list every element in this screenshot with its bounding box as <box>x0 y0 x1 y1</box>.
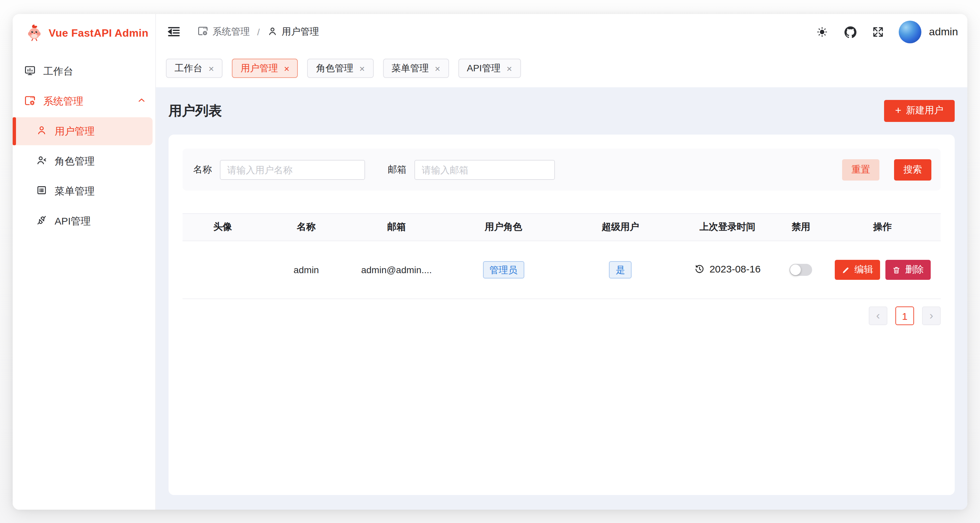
user-avatar[interactable] <box>899 21 922 43</box>
breadcrumb: 系统管理 / 用户管理 <box>197 25 319 39</box>
clock-history-icon <box>694 264 705 275</box>
close-icon[interactable]: × <box>360 64 365 73</box>
tab-menu-management[interactable]: 菜单管理 × <box>383 59 449 78</box>
cell-actions: 编辑 <box>824 241 941 299</box>
delete-button[interactable]: 删除 <box>885 260 931 280</box>
app-window: Vue FastAPI Admin 工作台 <box>13 14 967 510</box>
list-icon <box>36 184 47 198</box>
sidebar-item-label: 系统管理 <box>43 95 83 108</box>
users-table: 头像 名称 邮箱 用户角色 超级用户 上次登录时间 禁用 操作 <box>183 213 941 299</box>
table-header-row: 头像 名称 邮箱 用户角色 超级用户 上次登录时间 禁用 操作 <box>183 213 941 241</box>
col-disabled: 禁用 <box>778 213 824 241</box>
filter-bar: 名称 邮箱 重置 搜索 <box>183 149 941 191</box>
role-badge: 管理员 <box>483 261 524 279</box>
col-name: 名称 <box>263 213 350 241</box>
tab-label: 角色管理 <box>316 62 353 74</box>
page-header: 用户列表 + 新建用户 <box>169 98 955 123</box>
cell-role: 管理员 <box>443 241 564 299</box>
col-role: 用户角色 <box>443 213 564 241</box>
plug-icon <box>36 215 47 228</box>
content-card: 名称 邮箱 重置 搜索 <box>169 135 955 495</box>
sidebar-item-label: 用户管理 <box>55 125 95 138</box>
viewport: Vue FastAPI Admin 工作台 <box>0 0 980 523</box>
pagination: ‹ 1 › <box>183 307 941 325</box>
col-avatar: 头像 <box>183 213 263 241</box>
cell-disabled <box>778 241 824 299</box>
last-login-value: 2023-08-16 <box>710 264 760 275</box>
edit-button[interactable]: 编辑 <box>834 260 880 280</box>
close-icon[interactable]: × <box>507 64 512 73</box>
tab-api-management[interactable]: API管理 × <box>458 59 521 78</box>
breadcrumb-current-label: 用户管理 <box>282 26 319 38</box>
name-filter-input[interactable] <box>220 160 365 180</box>
sidebar-item-user-management[interactable]: 用户管理 <box>13 117 153 145</box>
sidebar-item-menu-management[interactable]: 菜单管理 <box>13 177 155 205</box>
breadcrumb-parent-label: 系统管理 <box>213 26 250 38</box>
user-icon <box>267 25 278 38</box>
tab-workbench[interactable]: 工作台 × <box>166 59 223 78</box>
main-area: 系统管理 / 用户管理 <box>156 14 967 510</box>
header-actions: admin <box>816 21 958 43</box>
breadcrumb-current[interactable]: 用户管理 <box>267 25 319 38</box>
email-filter-label: 邮箱 <box>388 164 406 176</box>
col-actions: 操作 <box>824 213 941 241</box>
theme-toggle-sun-icon[interactable] <box>816 26 829 38</box>
tab-role-management[interactable]: 角色管理 × <box>307 59 374 78</box>
disabled-toggle[interactable] <box>789 264 812 276</box>
sidebar-item-label: 工作台 <box>43 65 73 78</box>
header-bar: 系统管理 / 用户管理 <box>156 14 967 50</box>
page-title: 用户列表 <box>169 102 222 119</box>
tabs-bar: 工作台 × 用户管理 × 角色管理 × 菜单管理 × API管理 × <box>156 50 967 87</box>
sidebar-item-system-management[interactable]: 系统管理 <box>13 87 155 115</box>
cell-avatar <box>183 241 263 299</box>
tab-label: API管理 <box>467 62 501 74</box>
sidebar-item-label: 菜单管理 <box>55 185 95 197</box>
sidebar-item-label: API管理 <box>55 215 91 227</box>
close-icon[interactable]: × <box>435 64 440 73</box>
app-title: Vue FastAPI Admin <box>49 27 149 39</box>
tab-label: 工作台 <box>175 62 202 74</box>
fullscreen-icon[interactable] <box>872 26 885 38</box>
sidebar: Vue FastAPI Admin 工作台 <box>13 14 156 510</box>
col-last-login: 上次登录时间 <box>677 213 778 241</box>
close-icon[interactable]: × <box>284 64 289 73</box>
content-area: 用户列表 + 新建用户 名称 邮箱 重置 搜索 <box>156 87 967 510</box>
tab-user-management[interactable]: 用户管理 × <box>232 59 298 78</box>
col-email: 邮箱 <box>350 213 443 241</box>
user-icon <box>36 125 47 138</box>
toggle-knob <box>790 264 801 275</box>
breadcrumb-separator: / <box>257 27 260 37</box>
sidebar-item-role-management[interactable]: 角色管理 <box>13 147 155 175</box>
github-icon[interactable] <box>844 25 858 39</box>
cell-superuser: 是 <box>564 241 677 299</box>
pagination-next-icon[interactable]: › <box>922 307 941 325</box>
collapse-sidebar-icon[interactable] <box>167 25 181 39</box>
username-label[interactable]: admin <box>929 26 958 38</box>
sidebar-item-workbench[interactable]: 工作台 <box>13 57 155 85</box>
name-filter-label: 名称 <box>193 164 212 176</box>
create-user-button[interactable]: + 新建用户 <box>884 100 955 122</box>
breadcrumb-parent[interactable]: 系统管理 <box>197 25 250 39</box>
app-logo[interactable]: Vue FastAPI Admin <box>13 14 155 52</box>
sidebar-item-api-management[interactable]: API管理 <box>13 207 155 235</box>
sidebar-menu: 工作台 系统管理 <box>13 52 155 237</box>
cell-name: admin <box>263 241 350 299</box>
window-gear-icon <box>24 94 36 108</box>
close-icon[interactable]: × <box>208 64 214 73</box>
trash-icon <box>892 265 900 274</box>
window-gear-icon <box>197 25 208 39</box>
pagination-page-1[interactable]: 1 <box>896 307 914 325</box>
search-button[interactable]: 搜索 <box>894 159 931 180</box>
plus-icon: + <box>895 105 901 117</box>
tab-label: 用户管理 <box>240 62 278 74</box>
chicken-mascot-icon <box>25 23 43 44</box>
email-filter-input[interactable] <box>414 160 555 180</box>
reset-button[interactable]: 重置 <box>842 159 880 180</box>
cell-email: admin@admin.... <box>350 241 443 299</box>
cell-last-login: 2023-08-16 <box>677 241 778 299</box>
pagination-prev-icon[interactable]: ‹ <box>869 307 888 325</box>
tab-label: 菜单管理 <box>391 62 429 74</box>
sidebar-item-label: 角色管理 <box>55 155 95 168</box>
chevron-up-icon <box>137 95 146 107</box>
table-row: admin admin@admin.... 管理员 是 <box>183 241 941 299</box>
